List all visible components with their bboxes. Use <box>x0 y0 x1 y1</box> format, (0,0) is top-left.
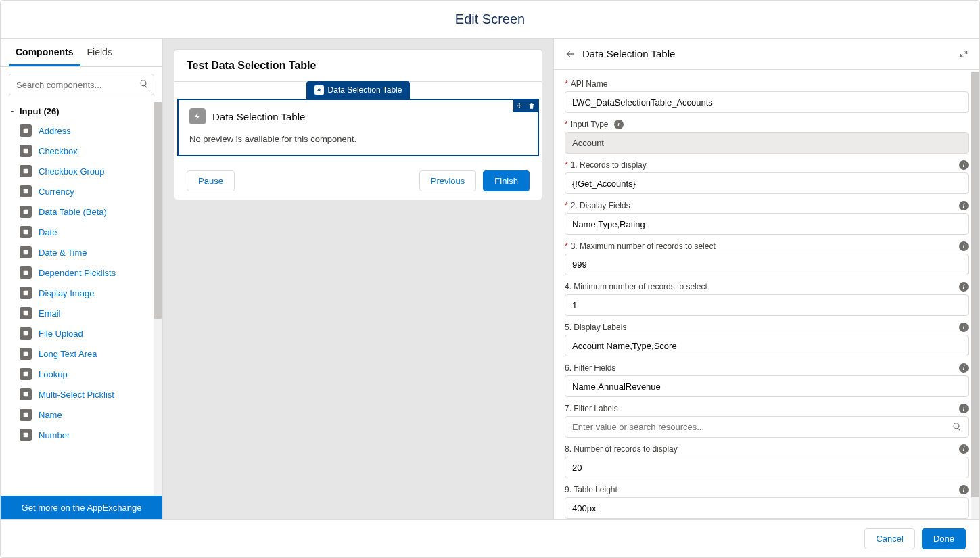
component-chip-row: Data Selection Table <box>174 81 542 99</box>
component-item[interactable]: Data Table (Beta) <box>1 202 162 222</box>
appexchange-link[interactable]: Get more on the AppExchange <box>1 496 162 519</box>
component-type-icon <box>20 246 32 258</box>
property-input[interactable] <box>565 497 969 519</box>
property-input[interactable] <box>565 172 969 194</box>
component-item[interactable]: File Upload <box>1 323 162 344</box>
component-search-input[interactable] <box>9 74 154 95</box>
required-indicator: * <box>565 201 568 210</box>
component-item[interactable]: Name <box>1 404 162 425</box>
component-item[interactable]: Checkbox <box>1 141 162 161</box>
property-row: 5. Display Labelsi <box>565 323 969 356</box>
info-icon[interactable]: i <box>959 282 969 292</box>
move-icon[interactable] <box>513 100 526 112</box>
component-item[interactable]: Lookup <box>1 364 162 384</box>
tab-fields[interactable]: Fields <box>80 39 119 66</box>
property-row: 6. Filter Fieldsi <box>565 363 969 397</box>
right-scrollbar[interactable] <box>971 72 979 519</box>
chevron-down-icon <box>9 108 16 115</box>
component-item[interactable]: Multi-Select Picklist <box>1 384 162 404</box>
svg-rect-6 <box>24 250 28 255</box>
component-item-label: Name <box>39 410 62 420</box>
canvas-card: Test Data Selection Table Data Selection… <box>174 49 542 200</box>
property-input[interactable] <box>565 457 969 478</box>
component-type-icon <box>20 124 32 137</box>
properties-title: Data Selection Table <box>582 48 952 60</box>
info-icon[interactable]: i <box>959 444 969 454</box>
component-item-label: Email <box>39 308 61 319</box>
property-input[interactable] <box>565 335 969 356</box>
component-item[interactable]: Date <box>1 222 162 242</box>
info-icon[interactable]: i <box>959 201 969 210</box>
property-input[interactable] <box>565 254 969 275</box>
property-row: *2. Display Fieldsi <box>565 201 969 235</box>
previous-button[interactable]: Previous <box>419 170 477 191</box>
component-item-label: Display Image <box>39 288 94 298</box>
property-label-text: 9. Table height <box>565 485 617 494</box>
property-label-text: 2. Display Fields <box>571 201 630 210</box>
property-input[interactable] <box>565 91 969 113</box>
component-item[interactable]: Checkbox Group <box>1 161 162 181</box>
info-icon[interactable]: i <box>959 241 969 251</box>
property-input[interactable] <box>565 375 969 397</box>
info-icon[interactable]: i <box>614 120 624 129</box>
svg-rect-8 <box>24 291 28 296</box>
info-icon[interactable]: i <box>959 485 969 494</box>
component-item[interactable]: Dependent Picklists <box>1 262 162 283</box>
svg-rect-14 <box>24 413 28 417</box>
cancel-button[interactable]: Cancel <box>864 528 914 549</box>
component-item[interactable]: Email <box>1 303 162 323</box>
component-type-icon <box>20 429 32 441</box>
component-type-icon <box>20 307 32 319</box>
search-icon <box>952 422 962 432</box>
properties-panel: Data Selection Table *API Name*Input Typ… <box>553 39 979 519</box>
component-item-label: Currency <box>39 187 74 197</box>
component-item-label: File Upload <box>39 329 83 339</box>
info-icon[interactable]: i <box>959 323 969 332</box>
component-type-icon <box>20 327 32 340</box>
component-item[interactable]: Date & Time <box>1 242 162 262</box>
property-label: 5. Display Labelsi <box>565 323 969 332</box>
component-type-icon <box>20 145 32 157</box>
property-label-text: 3. Maximum number of records to select <box>571 241 716 251</box>
delete-icon[interactable] <box>526 100 538 112</box>
tab-components[interactable]: Components <box>9 39 80 66</box>
component-item[interactable]: Display Image <box>1 283 162 303</box>
modal-title: Edit Screen <box>455 11 525 27</box>
left-scrollbar[interactable] <box>154 102 162 496</box>
component-item-label: Lookup <box>39 369 68 379</box>
svg-rect-0 <box>24 129 28 133</box>
property-row: *Input Typei <box>565 120 969 154</box>
svg-rect-4 <box>24 210 28 214</box>
pause-button[interactable]: Pause <box>187 170 235 191</box>
property-label-text: 8. Number of records to display <box>565 444 678 454</box>
svg-rect-15 <box>24 433 28 438</box>
component-item[interactable]: Currency <box>1 181 162 202</box>
component-type-icon <box>20 226 32 238</box>
svg-rect-9 <box>24 311 28 316</box>
info-icon[interactable]: i <box>959 404 969 413</box>
done-button[interactable]: Done <box>922 528 966 549</box>
component-tree[interactable]: Input (26) AddressCheckboxCheckbox Group… <box>1 102 162 496</box>
property-label: 4. Minimum number of records to selecti <box>565 282 969 292</box>
component-item[interactable]: Long Text Area <box>1 344 162 364</box>
property-label: *3. Maximum number of records to selecti <box>565 241 969 251</box>
component-type-icon <box>20 368 32 380</box>
component-type-icon <box>20 287 32 299</box>
edit-screen-modal: Edit Screen Components Fields <box>0 0 980 558</box>
info-icon[interactable]: i <box>959 363 969 373</box>
tree-group-input[interactable]: Input (26) <box>1 102 162 120</box>
component-type-icon <box>20 185 32 197</box>
component-item[interactable]: Address <box>1 120 162 141</box>
property-input[interactable] <box>565 213 969 235</box>
collapse-icon[interactable] <box>959 49 969 59</box>
selected-component[interactable]: Data Selection Table No preview is avail… <box>177 99 539 156</box>
back-arrow-icon[interactable] <box>565 49 576 60</box>
property-label: 9. Table heighti <box>565 485 969 494</box>
info-icon[interactable]: i <box>959 160 969 170</box>
component-item[interactable]: Number <box>1 425 162 445</box>
property-input[interactable] <box>565 416 969 438</box>
canvas-footer: Pause Previous Finish <box>174 162 542 200</box>
lightning-icon <box>314 85 324 95</box>
finish-button[interactable]: Finish <box>483 170 530 191</box>
property-input[interactable] <box>565 294 969 316</box>
